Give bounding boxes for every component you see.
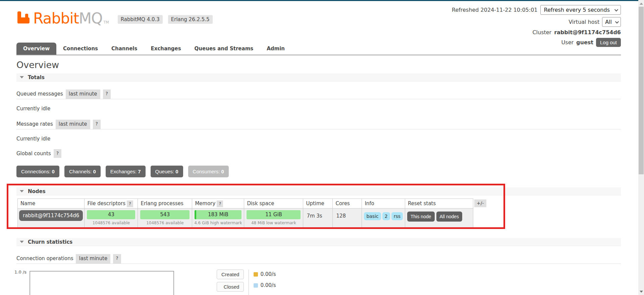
node-name-cell: rabbit@9f1174c754d6: [18, 209, 85, 228]
uptime-value: 7m 3s: [303, 209, 332, 223]
rabbitmq-logo-icon: [16, 10, 33, 26]
consumers-count-button[interactable]: Consumers:0: [188, 166, 229, 177]
connection-operations-chart: 1.0 /s 0.0 /s 10:04:10 10:04:20 10:04:30…: [16, 270, 621, 295]
collapse-triangle-icon: [20, 241, 24, 243]
node-row: rabbit@9f1174c754d6 43 1048576 available…: [18, 209, 473, 228]
legend-created-button[interactable]: Created: [217, 270, 244, 279]
tab-connections[interactable]: Connections: [56, 43, 105, 55]
queued-messages-status: Currently idle: [16, 106, 621, 112]
channels-count-button[interactable]: Channels:0: [64, 166, 101, 177]
collapse-triangle-icon: [20, 190, 24, 192]
disk-space-watermark: 48 MiB low watermark: [244, 219, 303, 227]
nodes-section: Nodes Name File descriptors? Erlang proc…: [16, 187, 621, 228]
nodes-heading: Nodes: [28, 188, 46, 194]
memory-watermark: 4.6 GiB high watermark: [192, 219, 244, 227]
message-rates-status: Currently idle: [16, 136, 621, 142]
connections-count-button[interactable]: Connections:0: [16, 166, 59, 177]
header: RabbitMQ TM RabbitMQ 4.0.3 Erlang 26.2.5…: [16, 1, 621, 43]
refresh-interval-select[interactable]: Refresh every 5 seconds: [540, 5, 621, 15]
node-reset-stats-cell: This node All nodes: [405, 209, 473, 228]
col-file-descriptors: File descriptors?: [85, 199, 138, 209]
node-disk-space-cell: 11 GiB 48 MiB low watermark: [244, 209, 303, 228]
nodes-section-header[interactable]: Nodes: [16, 187, 621, 195]
page-title: Overview: [16, 60, 621, 70]
rabbitmq-version-badge: RabbitMQ 4.0.3: [118, 15, 163, 24]
node-info-cell: basic 2 rss: [362, 209, 405, 228]
scroll-down-icon[interactable]: [638, 289, 644, 294]
queued-messages-help-icon[interactable]: ?: [103, 90, 111, 99]
message-rates-help-icon[interactable]: ?: [93, 120, 101, 129]
column-plus-minus-toggle[interactable]: +/-: [474, 199, 486, 207]
message-rates-label: Message rates: [16, 120, 53, 129]
memory-used-segment: [195, 210, 196, 219]
node-uptime-cell: 7m 3s: [303, 209, 333, 228]
totals-section-header[interactable]: Totals: [16, 73, 621, 81]
logout-button[interactable]: Log out: [596, 38, 621, 47]
file-descriptors-available: 1048576 available: [85, 219, 138, 227]
node-erlang-processes-cell: 543 1048576 available: [138, 209, 192, 228]
global-counts-row: Global counts ?: [16, 149, 621, 158]
window-top-edge: [0, 0, 638, 1]
virtual-host-select[interactable]: All: [602, 17, 621, 27]
scroll-up-icon[interactable]: [638, 1, 644, 6]
col-info: Info: [362, 199, 405, 209]
col-reset-stats: Reset stats: [405, 199, 473, 209]
legend-divider: [249, 270, 249, 295]
col-name: Name: [18, 199, 85, 209]
legend-closed-button[interactable]: Closed: [217, 282, 244, 292]
node-cores-cell: 128: [333, 209, 362, 228]
scrollbar-thumb[interactable]: [639, 7, 644, 174]
global-counts-help-icon[interactable]: ?: [54, 149, 61, 158]
global-count-buttons: Connections:0 Channels:0 Exchanges:7 Que…: [16, 166, 621, 177]
reset-all-nodes-button[interactable]: All nodes: [436, 212, 463, 222]
tab-overview[interactable]: Overview: [16, 43, 56, 55]
connection-operations-mode-tab[interactable]: last minute: [76, 254, 110, 263]
connection-operations-help-icon[interactable]: ?: [113, 254, 121, 263]
info-badge-basic[interactable]: basic: [364, 212, 381, 220]
closed-rate-row: 0.00/s: [254, 282, 276, 288]
col-disk-space: Disk space: [244, 199, 303, 209]
rabbitmq-logo[interactable]: RabbitMQ TM: [16, 10, 109, 26]
message-rates-mode-tab[interactable]: last minute: [56, 120, 90, 129]
refreshed-timestamp: Refreshed 2024-11-22 10:05:01: [452, 7, 537, 13]
info-badge-2[interactable]: 2: [382, 212, 390, 220]
chevron-down-icon: [615, 19, 619, 23]
file-descriptors-help-icon[interactable]: ?: [127, 200, 133, 207]
exchanges-count-button[interactable]: Exchanges:7: [106, 166, 146, 177]
vertical-scrollbar[interactable]: [638, 0, 644, 295]
cluster-label: Cluster: [532, 29, 551, 36]
reset-this-node-button[interactable]: This node: [407, 212, 434, 222]
memory-help-icon[interactable]: ?: [217, 200, 223, 207]
nodes-header-row: Name File descriptors? Erlang processes …: [18, 199, 473, 209]
tab-channels[interactable]: Channels: [105, 43, 144, 55]
totals-heading: Totals: [28, 74, 45, 80]
tab-exchanges[interactable]: Exchanges: [144, 43, 187, 55]
created-rate-row: 0.00/s: [254, 271, 276, 277]
queued-messages-mode-tab[interactable]: last minute: [66, 90, 100, 99]
virtual-host-label: Virtual host: [569, 19, 599, 25]
col-erlang-processes: Erlang processes: [138, 199, 192, 209]
queued-messages-label: Queued messages: [16, 90, 63, 99]
collapse-triangle-icon: [20, 76, 24, 78]
churn-section-header[interactable]: Churn statistics: [16, 238, 621, 246]
page-content: RabbitMQ TM RabbitMQ 4.0.3 Erlang 26.2.5…: [16, 1, 621, 295]
created-rate-value: 0.00/s: [260, 271, 276, 277]
tab-admin[interactable]: Admin: [260, 43, 291, 55]
closed-rate-value: 0.00/s: [260, 282, 276, 288]
created-swatch-icon: [254, 272, 258, 277]
node-name-badge[interactable]: rabbit@9f1174c754d6: [19, 210, 83, 221]
queued-messages-row: Queued messages last minute ?: [16, 90, 621, 99]
node-memory-cell: 183 MiB 4.6 GiB high watermark: [192, 209, 244, 228]
erlang-processes-available: 1048576 available: [138, 219, 192, 227]
tab-queues-and-streams[interactable]: Queues and Streams: [188, 43, 260, 55]
brand-wordmark: RabbitMQ: [33, 11, 103, 26]
memory-bar: 183 MiB: [195, 210, 241, 219]
erlang-version-badge: Erlang 26.2.5.5: [168, 15, 213, 24]
info-badge-rss[interactable]: rss: [391, 212, 403, 220]
queues-count-button[interactable]: Queues:0: [151, 166, 183, 177]
chart-legend: Created Closed 0.00/s 0.00/s: [217, 270, 276, 295]
connection-operations-label: Connection operations: [16, 254, 73, 263]
trademark-label: TM: [104, 20, 109, 26]
col-memory: Memory?: [192, 199, 244, 209]
node-file-descriptors-cell: 43 1048576 available: [85, 209, 138, 228]
